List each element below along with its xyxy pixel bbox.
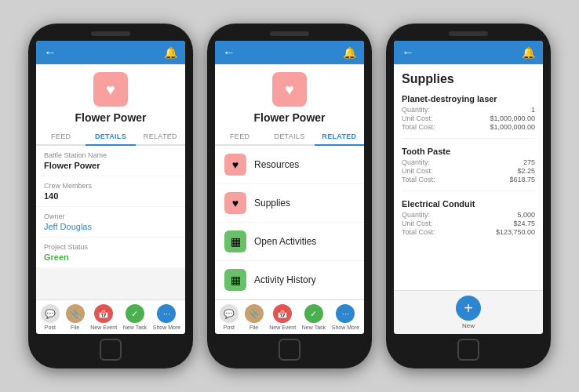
home-button-2[interactable] <box>279 339 300 361</box>
profile-name-1: Flower Power <box>36 111 185 124</box>
details-content-1: Battle Station Name Flower Power Crew Me… <box>36 146 185 299</box>
activity-history-label: Activity History <box>254 274 316 285</box>
related-supplies[interactable]: ♥ Supplies <box>215 184 364 222</box>
btn-post-label-2: Post <box>224 325 235 330</box>
supply-planet-laser: Planet-destroying laser Quantity: 1 Unit… <box>402 94 535 139</box>
bottom-bar-1: 💬 Post 📎 File 📅 New Event ✓ New Task ··· <box>36 299 185 334</box>
btn-more-label-1: Show More <box>153 325 180 330</box>
btn-file-label-1: File <box>71 325 79 330</box>
new-button[interactable]: + <box>456 296 481 321</box>
btn-event-label-2: New Event <box>269 325 296 330</box>
value-owner[interactable]: Jeff Douglas <box>44 222 177 231</box>
resources-icon: ♥ <box>224 154 246 176</box>
post-icon-1: 💬 <box>41 304 60 323</box>
btn-event-label-1: New Event <box>90 325 117 330</box>
related-list: ♥ Resources ♥ Supplies ▦ Open Activities… <box>215 146 364 299</box>
back-button-1[interactable]: ← <box>44 45 56 60</box>
tab-related-2[interactable]: RELATED <box>315 129 364 146</box>
back-button-2[interactable]: ← <box>223 45 235 60</box>
phone-supplies: ← 🔔 Supplies Planet-destroying laser Qua… <box>386 24 551 368</box>
app-header-3: ← 🔔 <box>394 41 543 64</box>
home-button-1[interactable] <box>100 339 122 361</box>
unit-label-conduit: Unit Cost: <box>402 220 433 227</box>
btn-post-2[interactable]: 💬 Post <box>220 304 239 330</box>
bell-icon-1[interactable]: 🔔 <box>164 46 177 59</box>
tab-details-2[interactable]: DETAILS <box>264 129 314 144</box>
btn-task-1[interactable]: ✓ New Task <box>123 304 147 330</box>
qty-value-toothpaste: 275 <box>523 158 535 166</box>
supply-toothpaste: Tooth Paste Quantity: 275 Unit Cost: $2.… <box>402 147 535 191</box>
activity-history-icon: ▦ <box>224 269 246 291</box>
detail-owner: Owner Jeff Douglas <box>36 207 185 237</box>
supply-qty-conduit: Quantity: 5,000 <box>402 211 535 219</box>
unit-value-laser: $1,000,000.00 <box>490 114 535 122</box>
profile-icon-2: ♥ <box>272 72 307 107</box>
supply-total-toothpaste: Total Cost: $618.75 <box>402 176 535 183</box>
unit-label-toothpaste: Unit Cost: <box>402 167 433 175</box>
screen-1: ← 🔔 ♥ Flower Power FEED DETAILS RELATED … <box>36 41 185 334</box>
related-resources[interactable]: ♥ Resources <box>215 146 364 183</box>
supply-unit-conduit: Unit Cost: $24.75 <box>402 220 535 227</box>
btn-task-label-1: New Task <box>123 325 147 330</box>
supply-conduit: Electrical Conduit Quantity: 5,000 Unit … <box>402 199 535 243</box>
btn-event-1[interactable]: 📅 New Event <box>90 304 117 330</box>
qty-label-conduit: Quantity: <box>402 211 430 219</box>
supply-name-toothpaste: Tooth Paste <box>402 147 535 156</box>
total-value-conduit: $123,750.00 <box>496 228 535 236</box>
bell-icon-2[interactable]: 🔔 <box>343 46 356 59</box>
open-activities-icon: ▦ <box>224 230 246 252</box>
supplies-bottom-bar: + New <box>394 290 543 334</box>
phone-details: ← 🔔 ♥ Flower Power FEED DETAILS RELATED … <box>28 24 193 368</box>
supply-unit-laser: Unit Cost: $1,000,000.00 <box>402 114 535 122</box>
detail-battle-station: Battle Station Name Flower Power <box>36 146 185 176</box>
file-icon-2: 📎 <box>245 304 264 323</box>
value-battle-station: Flower Power <box>44 161 177 170</box>
supply-qty-laser: Quantity: 1 <box>402 106 535 114</box>
related-activity-history[interactable]: ▦ Activity History <box>215 261 364 299</box>
qty-value-laser: 1 <box>531 106 535 114</box>
supplies-title: Supplies <box>402 72 535 86</box>
detail-status: Project Status Green <box>36 238 185 267</box>
supply-total-conduit: Total Cost: $123,750.00 <box>402 228 535 236</box>
profile-icon-1: ♥ <box>93 72 128 107</box>
btn-more-label-2: Show More <box>332 325 359 330</box>
unit-label-laser: Unit Cost: <box>402 114 433 122</box>
tabs-1: FEED DETAILS RELATED <box>36 129 185 146</box>
btn-file-1[interactable]: 📎 File <box>66 304 85 330</box>
btn-more-2[interactable]: ··· Show More <box>332 304 359 330</box>
supply-unit-toothpaste: Unit Cost: $2.25 <box>402 167 535 175</box>
btn-file-label-2: File <box>249 325 258 330</box>
task-icon-1: ✓ <box>126 304 144 323</box>
back-button-3[interactable]: ← <box>402 45 414 60</box>
btn-post-label-1: Post <box>45 325 56 330</box>
total-label-laser: Total Cost: <box>402 123 435 131</box>
value-crew: 140 <box>44 191 177 201</box>
more-icon-2: ··· <box>336 304 355 323</box>
unit-value-conduit: $24.75 <box>513 220 535 227</box>
tab-details-1[interactable]: DETAILS <box>86 129 135 146</box>
supply-total-laser: Total Cost: $1,000,000.00 <box>402 123 535 131</box>
screen-2: ← 🔔 ♥ Flower Power FEED DETAILS RELATED … <box>215 41 364 334</box>
tab-related-1[interactable]: RELATED <box>136 129 185 144</box>
home-button-3[interactable] <box>457 339 479 361</box>
label-status: Project Status <box>44 243 177 251</box>
btn-more-1[interactable]: ··· Show More <box>153 304 180 330</box>
more-icon-1: ··· <box>157 304 176 323</box>
file-icon-1: 📎 <box>66 304 85 323</box>
tab-feed-1[interactable]: FEED <box>36 129 86 144</box>
btn-task-2[interactable]: ✓ New Task <box>302 304 326 330</box>
btn-event-2[interactable]: 📅 New Event <box>269 304 296 330</box>
supplies-label: Supplies <box>254 198 290 209</box>
tab-feed-2[interactable]: FEED <box>215 129 264 144</box>
btn-file-2[interactable]: 📎 File <box>245 304 264 330</box>
profile-section-1: ♥ Flower Power <box>36 64 185 129</box>
bell-icon-3[interactable]: 🔔 <box>522 46 535 59</box>
supply-name-conduit: Electrical Conduit <box>402 199 535 209</box>
total-label-conduit: Total Cost: <box>402 228 435 236</box>
label-battle-station: Battle Station Name <box>44 151 177 159</box>
related-open-activities[interactable]: ▦ Open Activities <box>215 223 364 260</box>
open-activities-label: Open Activities <box>254 236 316 247</box>
bottom-bar-2: 💬 Post 📎 File 📅 New Event ✓ New Task ··· <box>215 299 364 334</box>
btn-post-1[interactable]: 💬 Post <box>41 304 60 330</box>
new-button-container: + New <box>456 296 481 329</box>
